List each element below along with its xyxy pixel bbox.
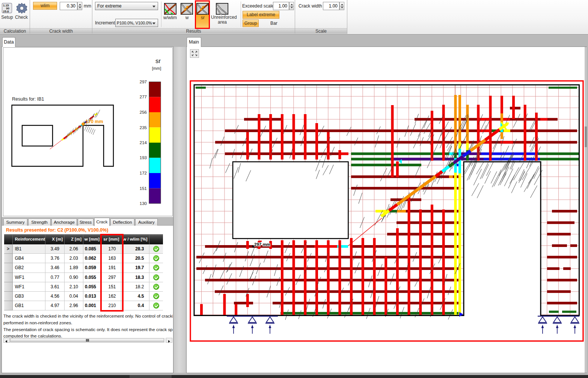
svg-text:277: 277 — [140, 95, 147, 99]
svg-text:25.8: 25.8 — [3, 10, 9, 13]
svg-text:[mm]: [mm] — [152, 66, 161, 71]
svg-text:170 mm: 170 mm — [86, 119, 103, 124]
svg-text:Results for: IB1: Results for: IB1 — [12, 96, 44, 102]
svg-text:297: 297 — [140, 80, 147, 84]
svg-text:193: 193 — [140, 155, 147, 160]
svg-text:151: 151 — [140, 186, 147, 191]
svg-text:256: 256 — [140, 110, 147, 114]
svg-text:235: 235 — [140, 125, 147, 130]
svg-text:130: 130 — [140, 201, 147, 206]
svg-text:297 mm: 297 mm — [254, 242, 270, 247]
svg-text:sr: sr — [155, 57, 161, 65]
svg-text:172: 172 — [140, 171, 147, 175]
svg-text:214: 214 — [140, 140, 147, 145]
